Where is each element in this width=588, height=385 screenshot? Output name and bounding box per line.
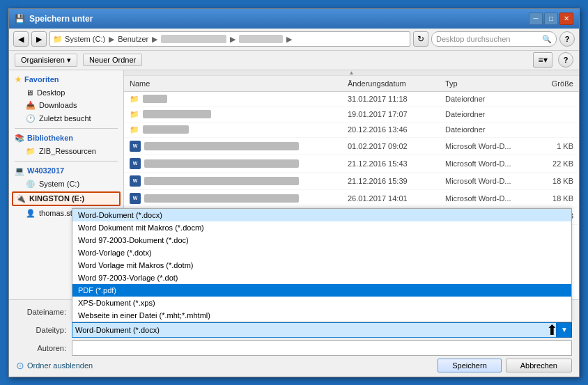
forward-button[interactable]: ▶ (31, 31, 47, 47)
author-input[interactable] (72, 340, 572, 356)
downloads-label: Downloads (39, 101, 77, 109)
desktop-icon: 🖥 (26, 88, 33, 97)
dropdown-option[interactable]: Word-Dokument (*.docx) (72, 209, 571, 221)
kingston-icon: 🔌 (16, 194, 26, 203)
address-icon: 📁 (53, 35, 63, 43)
filetype-dropdown-button[interactable]: ▼ (557, 322, 572, 338)
file-size-cell: 1 KB (530, 141, 579, 152)
sidebar-item-zib[interactable]: 📁 ZIB_Ressourcen (9, 145, 123, 158)
zib-icon: 📁 (26, 147, 36, 156)
dropdown-option[interactable]: Word 97-2003-Dokument (*.doc) (72, 234, 571, 246)
address-toolbar: ◀ ▶ 📁 System (C:) ▶ Benutzer ▶ █████████… (9, 29, 579, 51)
maximize-button[interactable]: □ (544, 13, 558, 25)
organize-button[interactable]: Organisieren ▾ (15, 54, 77, 67)
folder-expand-label: Ordner ausblenden (27, 361, 93, 370)
action-buttons: Speichern Abbrechen (438, 359, 572, 372)
file-type-cell: Microsoft Word-D... (440, 193, 530, 204)
dropdown-option[interactable]: PDF (*.pdf) (72, 284, 571, 297)
kingston-label: KINGSTON (E:) (29, 194, 84, 203)
file-type-cell: Dateiordner (440, 109, 530, 120)
col-name[interactable]: Name (124, 78, 342, 89)
dropdown-option[interactable]: Word 97-2003-Vorlage (*.dot) (72, 272, 571, 284)
table-row[interactable]: W████████████████████████████21.12.2016 … (124, 155, 579, 173)
file-name-cell: 📁████████████ (124, 109, 342, 120)
filetype-dropdown-list: Word-Dokument (*.docx)Word Dokument mit … (72, 208, 572, 322)
divider-2 (15, 161, 118, 162)
organize-label: Organisieren (21, 56, 65, 64)
save-button[interactable]: Speichern (438, 359, 502, 372)
bottom-section: Dateiname: Dateityp: Word-Dokument (*.do… (9, 299, 579, 377)
filetype-label: Dateityp: (16, 326, 72, 334)
libraries-label: Bibliotheken (27, 134, 73, 142)
file-name-text: ████████████████████████████ (144, 194, 299, 203)
expand-icon: ⊙ (16, 360, 24, 371)
refresh-button[interactable]: ↻ (413, 31, 428, 47)
dropdown-option[interactable]: Webseite in einer Datei (*.mht;*.mhtml) (72, 309, 571, 322)
file-date-cell: 31.01.2017 11:18 (342, 93, 440, 104)
table-row[interactable]: 📁████████████19.01.2017 17:07Dateiordner (124, 107, 579, 123)
addr-blurred1: ███████████ (161, 35, 226, 43)
file-date-cell: 26.01.2017 14:01 (342, 193, 440, 204)
search-label: Desktop durchsuchen (436, 35, 510, 43)
search-bar[interactable]: Desktop durchsuchen 🔍 (431, 31, 557, 47)
file-name-text: ████████████ (143, 110, 211, 118)
libraries-header: 📚 Bibliotheken (9, 132, 123, 145)
recent-icon: 🕐 (26, 114, 36, 123)
table-row[interactable]: W████████████████████████████01.02.2017 … (124, 138, 579, 155)
col-type[interactable]: Typ (440, 78, 530, 89)
col-size[interactable]: Größe (530, 78, 579, 89)
file-type-cell: Microsoft Word-D... (440, 175, 530, 187)
dropdown-option[interactable]: Word-Vorlage (*.dotx) (72, 246, 571, 259)
sidebar-item-desktop[interactable]: 🖥 Desktop (9, 86, 123, 99)
view-icon: ≡ (538, 55, 543, 65)
organize-dropdown-icon: ▾ (67, 56, 71, 65)
lib-icon: 📚 (15, 134, 24, 143)
view-button[interactable]: ≡ ▾ (533, 52, 552, 68)
computer-label: W4032017 (27, 166, 64, 175)
system-drive-icon: 💿 (26, 180, 36, 189)
sidebar-item-kingston[interactable]: 🔌 KINGSTON (E:) (12, 191, 121, 206)
file-type-cell: Dateiordner (440, 93, 530, 104)
filetype-container: Word-Dokument (*.docx) ▼ Word-Dokument (… (72, 322, 572, 338)
folder-expand-toggle[interactable]: ⊙ Ordner ausblenden (16, 360, 93, 371)
file-name-text: ████████████████████████████ (144, 159, 299, 168)
search-icon: 🔍 (542, 35, 552, 44)
file-size-cell (530, 128, 579, 131)
file-list-header: Name Änderungsdatum Typ Größe (124, 76, 579, 92)
sidebar-item-system-c[interactable]: 💿 System (C:) (9, 178, 123, 191)
sidebar-item-downloads[interactable]: 📥 Downloads (9, 99, 123, 112)
address-bar[interactable]: 📁 System (C:) ▶ Benutzer ▶ ███████████ ▶… (49, 31, 410, 47)
filetype-row: Dateityp: Word-Dokument (*.docx) ▼ Word-… (16, 322, 572, 338)
help-button[interactable]: ? (559, 31, 575, 47)
table-row[interactable]: 📁████████20.12.2016 13:46Dateiordner (124, 123, 579, 138)
favorites-header: ★ Favoriten (9, 73, 123, 86)
file-size-cell (530, 113, 579, 116)
addr-benutzer: Benutzer (118, 35, 148, 43)
col-date[interactable]: Änderungsdatum (342, 78, 440, 89)
file-type-cell: Microsoft Word-D... (440, 141, 530, 152)
desktop-label: Desktop (37, 88, 65, 97)
favorites-label: Favoriten (24, 75, 59, 84)
minimize-button[interactable]: ─ (529, 13, 543, 25)
dropdown-option[interactable]: Word Vorlage mit Makros (*.dotm) (72, 259, 571, 272)
cancel-button[interactable]: Abbrechen (506, 359, 572, 372)
file-name-cell: 📁████████ (124, 124, 342, 136)
file-name-cell: W████████████████████████████ (124, 139, 342, 153)
divider-1 (15, 128, 118, 129)
filetype-select[interactable]: Word-Dokument (*.docx) (72, 322, 557, 338)
file-name-cell: W████████████████████████████ (124, 174, 342, 188)
close-button[interactable]: ✕ (559, 13, 573, 25)
table-row[interactable]: W████████████████████████████26.01.2017 … (124, 190, 579, 207)
buttons-row: ⊙ Ordner ausblenden Speichern Abbrechen (16, 359, 572, 372)
libraries-section: 📚 Bibliotheken 📁 ZIB_Ressourcen (9, 132, 123, 158)
file-size-cell: 18 KB (530, 175, 579, 187)
table-row[interactable]: W████████████████████████████21.12.2016 … (124, 173, 579, 190)
dropdown-option[interactable]: XPS-Dokument (*.xps) (72, 297, 571, 309)
new-folder-button[interactable]: Neuer Ordner (83, 54, 142, 66)
table-row[interactable]: 📁████31.01.2017 11:18Dateiordner (124, 92, 579, 107)
sidebar-item-recent[interactable]: 🕐 Zuletzt besucht (9, 112, 123, 125)
secondary-help-button[interactable]: ? (558, 52, 573, 68)
author-label: Autoren: (16, 344, 72, 352)
back-button[interactable]: ◀ (13, 31, 29, 47)
dropdown-option[interactable]: Word Dokument mit Makros (*.docm) (72, 221, 571, 234)
